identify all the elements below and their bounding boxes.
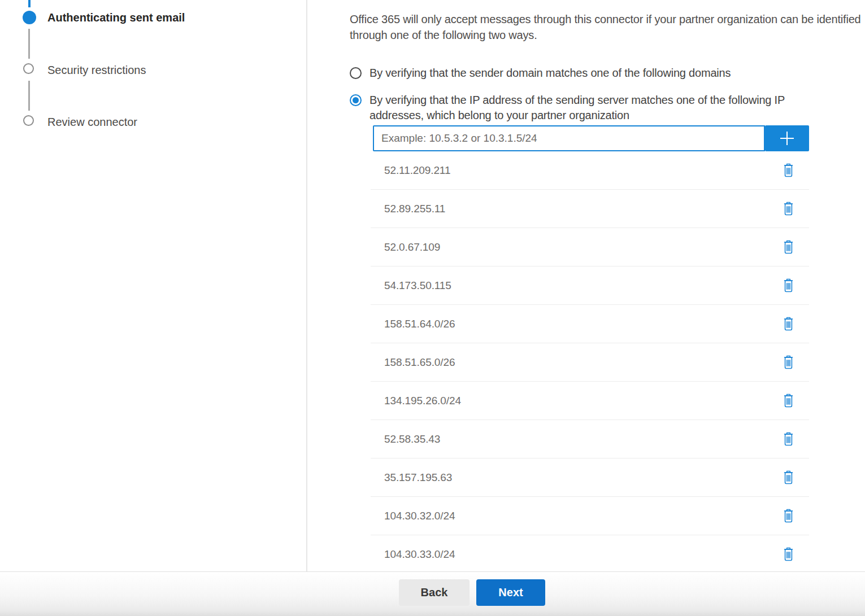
step-upcoming-circle bbox=[23, 115, 34, 126]
step-label: Security restrictions bbox=[47, 64, 146, 77]
trash-icon bbox=[783, 278, 794, 293]
back-button[interactable]: Back bbox=[399, 579, 470, 606]
ip-list-row: 35.157.195.63 bbox=[371, 458, 809, 497]
ip-list-row: 52.0.67.109 bbox=[371, 228, 809, 267]
trash-icon bbox=[783, 163, 794, 178]
ip-value: 158.51.64.0/26 bbox=[384, 318, 455, 330]
ip-value: 134.195.26.0/24 bbox=[384, 395, 461, 407]
stepper-top-connector bbox=[28, 0, 31, 7]
delete-ip-button[interactable] bbox=[780, 353, 797, 371]
ip-list-row: 134.195.26.0/24 bbox=[371, 382, 809, 420]
ip-list-row: 158.51.64.0/26 bbox=[371, 305, 809, 343]
trash-icon bbox=[783, 431, 794, 447]
step-upcoming-circle bbox=[23, 63, 34, 74]
stepper-connector bbox=[28, 29, 30, 59]
delete-ip-button[interactable] bbox=[780, 277, 797, 294]
wizard-footer: Back Next bbox=[0, 571, 865, 616]
ip-list-row: 52.11.209.211 bbox=[371, 151, 809, 190]
ip-value: 104.30.32.0/24 bbox=[384, 510, 455, 522]
delete-ip-button[interactable] bbox=[780, 200, 797, 217]
trash-icon bbox=[783, 316, 794, 331]
trash-icon bbox=[783, 547, 794, 562]
add-ip-button[interactable] bbox=[765, 125, 809, 151]
ip-list-row: 52.89.255.11 bbox=[371, 190, 809, 228]
stepper-connector bbox=[28, 81, 30, 111]
delete-ip-button[interactable] bbox=[780, 545, 797, 563]
footer-buttons: Back Next bbox=[399, 579, 545, 606]
delete-ip-button[interactable] bbox=[780, 469, 797, 486]
ip-value: 52.0.67.109 bbox=[384, 241, 440, 254]
next-button[interactable]: Next bbox=[476, 579, 545, 606]
ip-value: 52.11.209.211 bbox=[384, 164, 450, 177]
delete-ip-button[interactable] bbox=[780, 161, 797, 179]
trash-icon bbox=[783, 508, 794, 523]
ip-list-row: 54.173.50.115 bbox=[371, 267, 809, 305]
ip-value: 104.30.33.0/24 bbox=[384, 548, 455, 561]
wizard-step-content: Office 365 will only accept messages thr… bbox=[350, 0, 865, 574]
ip-value: 35.157.195.63 bbox=[384, 471, 452, 484]
ip-list-row: 158.51.65.0/26 bbox=[371, 343, 809, 382]
ip-address-input[interactable] bbox=[373, 125, 765, 151]
plus-icon bbox=[778, 129, 796, 147]
step-current-dot bbox=[23, 11, 36, 24]
step-description: Office 365 will only accept messages thr… bbox=[350, 11, 865, 43]
ip-value: 158.51.65.0/26 bbox=[384, 356, 455, 369]
trash-icon bbox=[783, 470, 794, 485]
trash-icon bbox=[783, 239, 794, 255]
wizard-stepper-panel: Authenticating sent email Security restr… bbox=[0, 0, 307, 571]
ip-entry-row bbox=[373, 125, 809, 151]
option-label: By verifying that the IP address of the … bbox=[370, 93, 838, 123]
delete-ip-button[interactable] bbox=[780, 315, 797, 333]
radio-selected-icon[interactable] bbox=[350, 94, 362, 106]
option-verify-ip-address[interactable]: By verifying that the IP address of the … bbox=[350, 93, 865, 123]
delete-ip-button[interactable] bbox=[780, 430, 797, 448]
option-verify-sender-domain[interactable]: By verifying that the sender domain matc… bbox=[350, 65, 865, 81]
radio-unselected-icon[interactable] bbox=[350, 67, 362, 79]
ip-value: 52.58.35.43 bbox=[384, 433, 440, 445]
trash-icon bbox=[783, 393, 794, 408]
step-label: Authenticating sent email bbox=[47, 11, 185, 24]
delete-ip-button[interactable] bbox=[780, 238, 797, 256]
ip-list-row: 104.30.33.0/24 bbox=[371, 535, 809, 574]
ip-list-row: 52.58.35.43 bbox=[371, 420, 809, 458]
delete-ip-button[interactable] bbox=[780, 507, 797, 525]
connector-wizard-page: Authenticating sent email Security restr… bbox=[0, 0, 865, 616]
delete-ip-button[interactable] bbox=[780, 392, 797, 409]
ip-value: 54.173.50.115 bbox=[384, 279, 451, 292]
option-label: By verifying that the sender domain matc… bbox=[370, 65, 731, 81]
step-label: Review connector bbox=[47, 116, 137, 129]
trash-icon bbox=[783, 355, 794, 370]
ip-list: 52.11.209.211 52.89.255.11 bbox=[371, 151, 809, 574]
ip-list-row: 104.30.32.0/24 bbox=[371, 497, 809, 535]
ip-value: 52.89.255.11 bbox=[384, 203, 445, 215]
trash-icon bbox=[783, 201, 794, 216]
